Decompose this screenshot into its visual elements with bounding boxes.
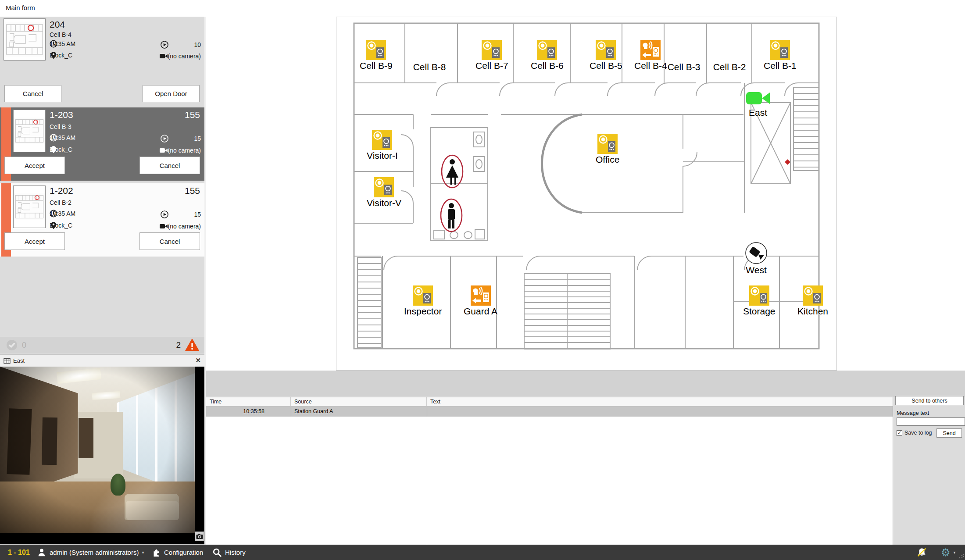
device-cell-b6[interactable]: Cell B-6 [531,40,564,71]
device-cell-b7[interactable]: Cell B-7 [475,40,508,71]
column-header-time[interactable]: Time [206,397,291,406]
log-time: 10:35:58 [206,407,264,417]
clock-icon [50,40,57,48]
log-table-header: Time Source Text [206,397,893,407]
message-area-toolbar [206,371,965,397]
videocam-icon [160,222,168,230]
checkbox-checked-icon[interactable]: ✓ [897,430,902,436]
device-cell-b8: Cell B-8 [413,62,446,72]
main-window: Main form 204 Cell B-4 10:35 AM Block_C … [0,0,965,560]
device-camera-east[interactable]: East [746,89,770,118]
intercom-icon [482,40,502,60]
device-cell-b4-incoming-call[interactable]: Cell B-4 [634,40,667,71]
camera-video-frame [0,367,195,533]
videocam-icon [160,52,168,60]
device-visitor-v[interactable]: Visitor-V [367,177,401,208]
device-kitchen[interactable]: Kitchen [797,285,828,317]
call-card-waiting[interactable]: 1-202 155 Cell B-2 10:35 AM Block_C 15 (… [0,183,204,257]
snapshot-button[interactable] [195,531,204,541]
location-pin-icon [50,51,57,59]
camera-status: (no camera) [168,147,201,154]
device-storage[interactable]: Storage [743,285,776,317]
location-pin-icon [50,221,57,229]
user-icon [37,548,46,557]
camera-panel-header: East ✕ [0,354,204,367]
camera-status: (no camera) [168,223,201,230]
device-cell-b3: Cell B-3 [668,62,701,72]
done-check-icon [6,339,18,351]
intercom-icon [596,40,616,60]
grid-icon [4,357,11,364]
device-cell-b5[interactable]: Cell B-5 [590,40,622,71]
call-id: 204 [50,19,65,30]
call-time-row: 10:35 AM [50,210,75,217]
page-title: Main form [6,4,35,11]
device-camera-west[interactable]: West [745,242,768,275]
live-camera-icon [746,89,770,107]
settings-button[interactable]: ⚙ ▾ [941,545,956,560]
floorplan-thumbnail [13,185,46,228]
intercom-icon [374,177,394,197]
call-zone-row: Block_C [50,222,72,229]
floorplan-map: Cell B-9 Cell B-8 Cell B-7 Cell B-6 Cell… [336,17,837,371]
close-icon[interactable]: ✕ [195,357,201,364]
message-text-input[interactable] [897,417,965,426]
device-visitor-i[interactable]: Visitor-I [367,130,398,161]
configuration-button[interactable]: Configuration [151,545,203,560]
intercom-icon [770,40,790,60]
log-source: Station Guard A [291,407,427,417]
intercom-icon [372,130,392,150]
intercom-icon [597,134,618,154]
caret-down-icon: ▾ [142,550,144,555]
call-card[interactable]: 204 Cell B-4 10:35 AM Block_C 10 (no cam… [0,18,204,104]
intercom-icon [537,40,557,60]
history-button[interactable]: History [212,545,246,560]
call-name: Cell B-3 [50,123,71,130]
call-card-active[interactable]: 1-203 155 Cell B-3 10:35 AM Block_C 15 (… [0,107,204,181]
column-header-text[interactable]: Text [427,397,893,406]
intercom-icon [803,285,823,306]
log-text [427,407,893,417]
intercom-icon [413,285,433,306]
cancel-button[interactable]: Cancel [139,157,200,174]
column-header-source[interactable]: Source [291,397,427,406]
accept-button[interactable]: Accept [4,157,65,174]
caret-down-icon: ▾ [954,550,956,555]
missed-count: 15 [194,135,201,142]
call-id: 1-202 [50,185,73,196]
cancel-button[interactable]: Cancel [4,85,61,102]
bottom-status-bar: 1 - 101 admin (System administrators) ▾ … [0,545,965,560]
clock-icon [50,210,57,218]
log-row[interactable]: 10:35:58 Station Guard A [206,407,893,417]
open-door-button[interactable]: Open Door [143,85,200,102]
camera-status: (no camera) [168,53,201,60]
resize-grip[interactable] [959,553,964,559]
save-to-log-checkbox-row[interactable]: ✓ Save to log [897,430,932,436]
bell-muted-icon [917,547,927,557]
play-count-icon [161,135,168,143]
alarm-marker [785,159,790,165]
notifications-muted-button[interactable] [917,545,927,560]
call-badge: 155 [185,185,200,196]
save-to-log-label: Save to log [904,430,932,436]
device-cell-b9[interactable]: Cell B-9 [360,40,393,71]
device-cell-b1[interactable]: Cell B-1 [764,40,797,71]
device-guard-a-incoming-call[interactable]: Guard A [464,285,497,317]
cancel-button[interactable]: Cancel [139,232,200,250]
restroom-woman-symbol [442,155,463,188]
alert-count: 2 [176,340,181,350]
user-menu[interactable]: admin (System administrators) ▾ [37,545,144,560]
accept-button[interactable]: Accept [4,232,65,250]
send-to-others-tab[interactable]: Send to others [895,396,964,405]
play-count-icon [161,41,168,49]
intercom-icon [366,40,386,60]
call-time-row: 10:35 AM [50,134,75,141]
missed-count: 15 [194,211,201,218]
camera-panel-title: East [13,357,25,364]
device-inspector[interactable]: Inspector [404,285,442,317]
intercom-icon [749,285,769,306]
device-office[interactable]: Office [596,134,619,165]
send-button[interactable]: Send [936,428,962,438]
call-name: Cell B-2 [50,199,71,206]
event-log-table: Time Source Text 10:35:58 Station Guard … [206,397,893,545]
